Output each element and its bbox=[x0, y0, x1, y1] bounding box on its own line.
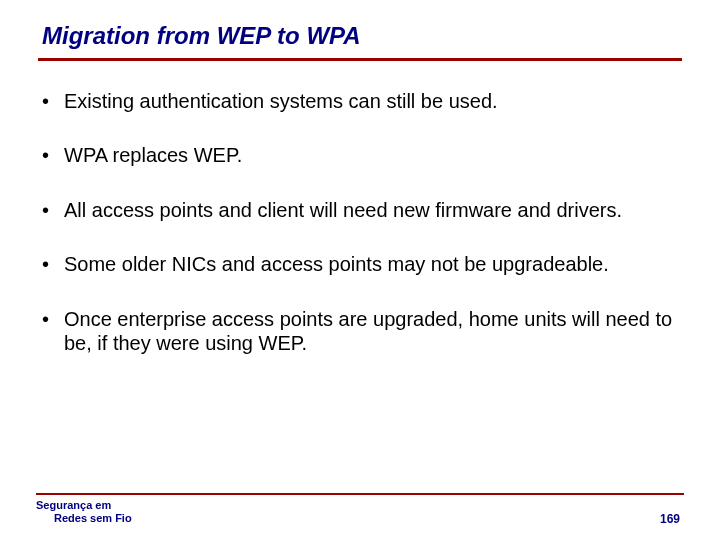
bullet-list: Existing authentication systems can stil… bbox=[40, 89, 676, 355]
slide-title: Migration from WEP to WPA bbox=[36, 22, 684, 58]
footer-label: Segurança em Redes sem Fio bbox=[36, 499, 132, 527]
list-item: Existing authentication systems can stil… bbox=[40, 89, 676, 113]
list-item: Some older NICs and access points may no… bbox=[40, 252, 676, 276]
slide-content: Existing authentication systems can stil… bbox=[36, 61, 684, 355]
list-item: WPA replaces WEP. bbox=[40, 143, 676, 167]
footer-divider bbox=[36, 493, 684, 495]
footer-line-2: Redes sem Fio bbox=[36, 512, 132, 526]
slide-footer: Segurança em Redes sem Fio 169 bbox=[36, 493, 684, 527]
slide: Migration from WEP to WPA Existing authe… bbox=[0, 0, 720, 540]
list-item: All access points and client will need n… bbox=[40, 198, 676, 222]
list-item: Once enterprise access points are upgrad… bbox=[40, 307, 676, 356]
footer-line-1: Segurança em bbox=[36, 499, 132, 513]
page-number: 169 bbox=[660, 512, 684, 526]
footer-row: Segurança em Redes sem Fio 169 bbox=[36, 499, 684, 527]
